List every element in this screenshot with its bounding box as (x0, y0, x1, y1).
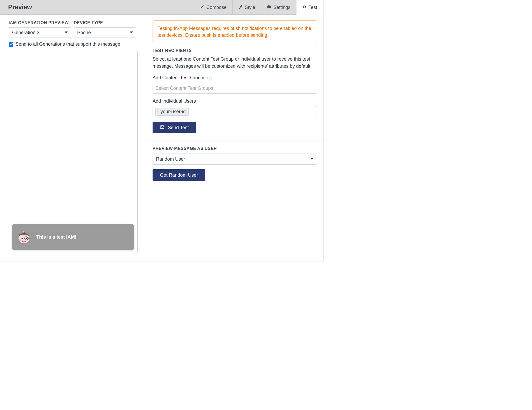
preview-as-user-select[interactable]: Random User (153, 154, 317, 165)
app-root: Preview Compose Style Settings (0, 0, 324, 261)
gear-icon (267, 5, 271, 10)
preview-controls-row: IAM GENERATION PREVIEW Generation 3 DEVI… (9, 20, 138, 38)
preview-as-user-section: PREVIEW MESSAGE AS USER Random User Get … (146, 140, 323, 188)
tab-compose[interactable]: Compose (194, 0, 232, 14)
preview-as-user-heading: PREVIEW MESSAGE AS USER (153, 146, 317, 151)
iam-toast: This is a test IAM! (12, 224, 134, 250)
send-all-generations-label: Send to all Generations that support thi… (15, 41, 120, 47)
send-all-generations-checkbox[interactable] (9, 42, 13, 47)
toast-text: This is a test IAM! (36, 234, 76, 240)
individual-users-input[interactable]: × your-user-id (153, 106, 317, 117)
tab-compose-label: Compose (206, 5, 227, 10)
tab-style-label: Style (245, 5, 255, 10)
preview-as-user-value: Random User (156, 156, 185, 162)
iam-generation-field: IAM GENERATION PREVIEW Generation 3 (9, 20, 71, 38)
tab-settings[interactable]: Settings (261, 0, 296, 14)
content-test-groups-label-text: Add Content Test Groups (153, 75, 206, 81)
svg-point-8 (19, 239, 21, 241)
iam-generation-value: Generation 3 (12, 30, 39, 35)
svg-rect-2 (23, 232, 25, 235)
test-recipients-help: Select at least one Content Test Group o… (153, 56, 317, 70)
user-token-text: your-user-id (160, 109, 186, 114)
eye-icon (302, 5, 306, 10)
push-warning-alert: Testing In-App Messages requires push no… (153, 20, 317, 43)
caret-down-icon (65, 30, 68, 35)
right-panel: Testing In-App Messages requires push no… (146, 15, 323, 261)
test-recipients-section: Testing In-App Messages requires push no… (146, 15, 323, 140)
send-all-generations-row: Send to all Generations that support thi… (9, 41, 138, 47)
content-test-groups-label: Add Content Test Groups ? (153, 75, 317, 81)
device-type-label: DEVICE TYPE (74, 20, 136, 25)
envelope-icon (160, 125, 165, 131)
header-bar: Preview Compose Style Settings (0, 0, 323, 15)
iam-generation-select[interactable]: Generation 3 (9, 27, 71, 38)
device-type-select[interactable]: Phone (74, 27, 136, 38)
content-test-groups-placeholder: Select Content Test Groups (155, 86, 213, 91)
tab-settings-label: Settings (273, 5, 290, 10)
svg-point-4 (22, 238, 23, 239)
get-random-user-label: Get Random User (160, 172, 198, 178)
send-test-button[interactable]: Send Test (153, 122, 196, 133)
remove-token-icon[interactable]: × (157, 109, 159, 114)
tab-test[interactable]: Test (296, 0, 323, 15)
left-panel: IAM GENERATION PREVIEW Generation 3 DEVI… (0, 15, 146, 261)
brush-icon (238, 5, 243, 10)
send-test-label: Send Test (168, 125, 189, 130)
device-type-value: Phone (77, 30, 91, 35)
iam-generation-label: IAM GENERATION PREVIEW (9, 20, 71, 25)
individual-users-label: Add Individual Users (153, 98, 317, 104)
caret-down-icon (310, 156, 314, 162)
device-preview: This is a test IAM! (9, 51, 138, 253)
tab-style[interactable]: Style (232, 0, 261, 14)
test-recipients-heading: TEST RECIPIENTS (153, 48, 317, 53)
svg-point-6 (26, 238, 27, 239)
toast-avatar-icon (17, 230, 30, 244)
page-title: Preview (0, 0, 40, 14)
help-icon[interactable]: ? (207, 76, 212, 80)
check-icon (9, 43, 13, 46)
pencil-icon (200, 5, 204, 10)
device-type-field: DEVICE TYPE Phone (74, 20, 136, 38)
body: IAM GENERATION PREVIEW Generation 3 DEVI… (0, 15, 323, 261)
get-random-user-button[interactable]: Get Random User (153, 169, 205, 181)
tab-bar: Compose Style Settings Test (194, 0, 323, 14)
tab-test-label: Test (309, 5, 317, 10)
caret-down-icon (130, 30, 133, 35)
content-test-groups-input[interactable]: Select Content Test Groups (153, 83, 317, 94)
user-token[interactable]: × your-user-id (155, 108, 189, 116)
